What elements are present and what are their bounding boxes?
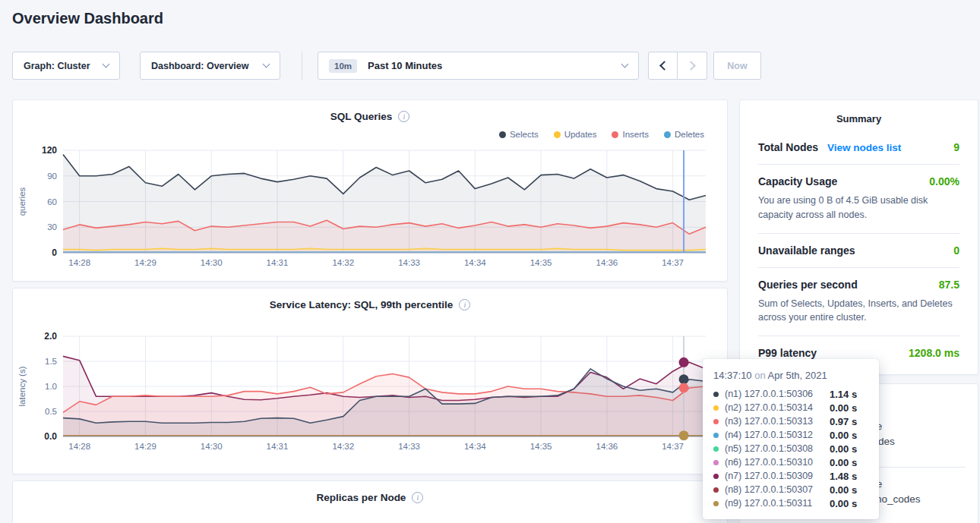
qps-value: 87.5 [939,279,959,291]
svg-text:120: 120 [42,145,57,156]
info-icon[interactable]: i [398,111,409,122]
hover-tooltip: 14:37:10 on Apr 5th, 2021 (n1) 127.0.0.1… [703,359,879,519]
unavailable-ranges-label: Unavailable ranges [758,244,855,257]
svg-text:14:37: 14:37 [662,258,684,267]
now-button[interactable]: Now [713,52,761,80]
svg-text:14:35: 14:35 [530,258,552,267]
tooltip-node-value: 1.48 s [830,471,857,482]
svg-text:latency (s): latency (s) [17,366,27,406]
legend-dot-icon [664,131,671,138]
capacity-description: You are using 0 B of 4.5 GiB usable disk… [758,194,959,222]
chevron-down-icon [621,61,629,68]
tooltip-row: (n8) 127.0.0.1:503070.00 s [713,483,868,496]
tooltip-on: on [754,370,765,381]
tooltip-node-address: (n2) 127.0.0.1:50314 [725,402,824,413]
sql-legend: SelectsUpdatesInsertsDeletes [13,128,727,140]
svg-text:14:36: 14:36 [596,442,618,451]
tooltip-rows: (n1) 127.0.0.1:503061.14 s(n2) 127.0.0.1… [713,387,868,510]
svg-text:1.0: 1.0 [45,382,57,391]
chart-title: Service Latency: SQL, 99th percentile [270,299,454,310]
legend-label: Selects [510,130,539,139]
sql-queries-chart[interactable]: 030609012014:2814:2914:3014:3114:3214:33… [13,140,727,271]
svg-text:14:36: 14:36 [596,258,618,267]
svg-text:14:35: 14:35 [530,442,552,451]
dashboard-controls: Graph: Cluster Dashboard: Overview 10m P… [12,52,761,80]
svg-text:30: 30 [47,222,57,232]
tooltip-row: (n5) 127.0.0.1:503080.00 s [713,442,868,455]
total-nodes-value: 9 [953,141,959,153]
tooltip-node-address: (n3) 127.0.0.1:50313 [725,416,824,427]
chart-title: Replicas per Node [317,492,406,503]
legend-label: Inserts [622,130,649,139]
tooltip-node-address: (n5) 127.0.0.1:50308 [725,443,824,454]
tooltip-node-value: 0.00 s [830,457,857,468]
tooltip-row: (n2) 127.0.0.1:503140.00 s [713,401,868,414]
tooltip-node-value: 0.00 s [830,484,857,496]
total-nodes-label: Total Nodes [758,141,818,153]
legend-dot-icon [554,131,561,138]
legend-dot-icon [612,131,618,138]
series-dot-icon [713,392,719,397]
next-range-button[interactable] [678,52,707,80]
tooltip-node-value: 0.00 s [830,443,857,455]
capacity-label: Capacity Usage [758,175,837,187]
svg-text:14:29: 14:29 [134,442,156,451]
tooltip-node-value: 0.00 s [830,430,857,441]
svg-text:14:31: 14:31 [267,442,289,451]
svg-text:14:28: 14:28 [68,258,90,267]
svg-text:14:33: 14:33 [398,258,420,267]
info-icon[interactable]: i [459,299,470,310]
chart-title: SQL Queries [330,111,393,122]
svg-text:14:31: 14:31 [267,258,289,267]
prev-range-button[interactable] [648,52,678,80]
series-dot-icon [713,474,719,479]
page-title: Overview Dashboard [12,10,163,27]
qps-section: Queries per second 87.5 Sum of Selects, … [758,267,959,336]
service-latency-chart[interactable]: 0.00.51.01.52.014:2814:2914:3014:3114:32… [13,332,727,460]
svg-text:1.5: 1.5 [45,357,57,366]
series-dot-icon [713,460,719,465]
tooltip-row: (n9) 127.0.0.1:503110.00 s [713,496,868,510]
svg-text:14:32: 14:32 [332,258,354,267]
svg-text:queries: queries [17,187,27,216]
summary-panel: Summary Total Nodes View nodes list 9 Ca… [739,99,978,375]
time-range-picker[interactable]: 10m Past 10 Minutes [318,52,639,80]
series-dot-icon [713,405,719,411]
tooltip-node-address: (n7) 127.0.0.1:50309 [725,471,824,481]
dashboard-dropdown-label: Dashboard: Overview [151,61,249,71]
chevron-left-icon [659,61,669,71]
overview-dashboard-page: Overview Dashboard Graph: Cluster Dashbo… [0,0,980,523]
svg-text:2.0: 2.0 [44,332,57,342]
series-dot-icon [713,419,719,424]
tooltip-node-address: (n9) 127.0.0.1:50311 [725,498,824,509]
time-range-label: Past 10 Minutes [368,60,622,71]
tooltip-node-value: 0.97 s [830,416,857,427]
svg-text:14:28: 14:28 [68,442,90,451]
graph-dropdown[interactable]: Graph: Cluster [12,52,120,80]
svg-text:0.0: 0.0 [44,431,57,442]
service-latency-title-row: Service Latency: SQL, 99th percentile i [13,288,727,310]
view-nodes-link[interactable]: View nodes list [827,142,901,153]
capacity-value: 0.00% [929,175,959,187]
svg-text:0.5: 0.5 [45,407,57,416]
replicas-title-row: Replicas per Node i [13,481,727,503]
legend-label: Deletes [675,130,704,139]
tooltip-node-address: (n1) 127.0.0.1:50306 [725,389,824,399]
p99-latency-value: 1208.0 ms [909,347,959,359]
tooltip-timestamp: 14:37:10 on Apr 5th, 2021 [713,370,868,381]
tooltip-node-address: (n4) 127.0.0.1:50312 [725,430,824,440]
qps-description: Sum of Selects, Updates, Inserts, and De… [758,297,959,326]
info-icon[interactable]: i [412,492,423,503]
series-dot-icon [713,487,719,493]
legend-item: Deletes [664,130,704,139]
qps-label: Queries per second [758,279,858,291]
replicas-per-node-panel: Replicas per Node i [12,480,728,523]
tooltip-node-address: (n8) 127.0.0.1:50307 [725,484,824,495]
tooltip-row: (n3) 127.0.0.1:503130.97 s [713,414,868,428]
svg-text:14:30: 14:30 [201,258,223,267]
series-dot-icon [713,433,719,438]
sql-queries-panel: SQL Queries i SelectsUpdatesInsertsDelet… [12,99,728,282]
tooltip-date: Apr 5th, 2021 [768,370,827,381]
dashboard-dropdown[interactable]: Dashboard: Overview [140,52,280,80]
svg-text:14:33: 14:33 [398,442,420,451]
